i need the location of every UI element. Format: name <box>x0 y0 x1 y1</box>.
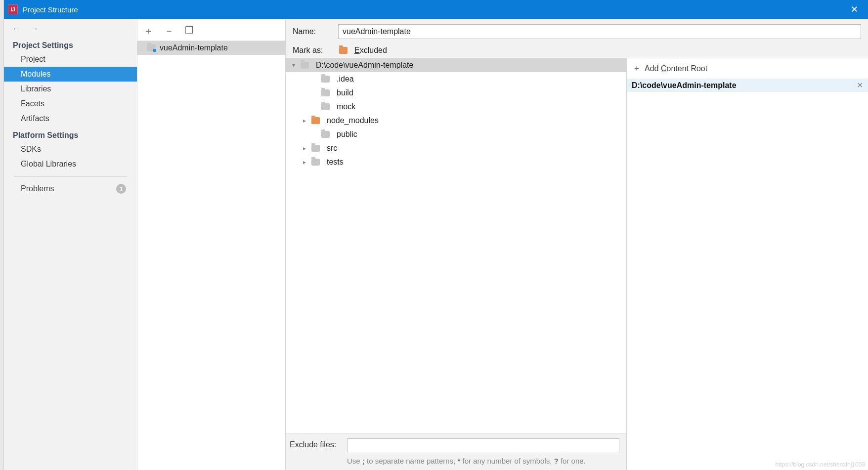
folder-icon <box>321 76 330 83</box>
watermark-text: https://blog.csdn.net/shenxinj1003 <box>776 461 865 468</box>
tree-root[interactable]: ▾ D:\code\vueAdmin-template <box>286 58 626 72</box>
content-area: ← → Project Settings Project Modules Lib… <box>4 19 868 470</box>
chevron-down-icon[interactable]: ▾ <box>290 62 298 69</box>
add-module-icon[interactable]: ＋ <box>143 24 153 38</box>
plus-icon: ＋ <box>633 63 641 74</box>
detail-body: ▾ D:\code\vueAdmin-template ▸ .idea ▸ <box>286 58 868 470</box>
back-icon[interactable]: ← <box>11 23 22 34</box>
chevron-right-icon[interactable]: ▸ <box>301 117 308 124</box>
tree-node-mock[interactable]: ▸ mock <box>286 100 626 114</box>
source-tree-pane: ▾ D:\code\vueAdmin-template ▸ .idea ▸ <box>286 58 627 470</box>
tree-node-label: build <box>337 88 353 97</box>
content-root-path: D:\code\vueAdmin-template <box>632 81 737 90</box>
folder-icon <box>311 145 320 152</box>
detail-header: Name: Mark as: Excluded <box>286 19 868 58</box>
nav-item-project[interactable]: Project <box>4 52 137 67</box>
folder-icon <box>321 89 330 96</box>
exclude-hint: Use ; to separate name patterns, * for a… <box>347 456 619 466</box>
module-item-label: vueAdmin-template <box>160 43 228 52</box>
nav-item-problems[interactable]: Problems 1 <box>4 179 137 197</box>
chevron-right-icon[interactable]: ▸ <box>301 159 308 166</box>
content-roots-pane: ＋ Add Content Root D:\code\vueAdmin-temp… <box>627 58 868 470</box>
tree-node-label: public <box>337 130 357 139</box>
nav-item-libraries[interactable]: Libraries <box>4 82 137 96</box>
tree-node-label: tests <box>327 158 344 167</box>
modules-toolbar: ＋ － ❐ <box>137 19 285 41</box>
section-project-settings: Project Settings <box>4 36 137 52</box>
problems-count-badge: 1 <box>116 184 126 194</box>
mark-as-label: Mark as: <box>293 46 330 55</box>
folder-icon <box>301 62 309 69</box>
folder-icon <box>311 117 320 124</box>
tree-node-label: mock <box>337 102 355 111</box>
project-structure-window: IJ Project Structure ✕ ← → Project Setti… <box>4 0 868 470</box>
excluded-folder-icon <box>339 47 347 54</box>
remove-module-icon[interactable]: － <box>164 24 174 38</box>
modules-column: ＋ － ❐ vueAdmin-template <box>137 19 286 470</box>
nav-divider <box>14 176 127 177</box>
mark-excluded-chip[interactable]: Excluded <box>339 46 387 55</box>
folder-icon <box>321 103 330 110</box>
nav-item-sdks[interactable]: SDKs <box>4 142 137 157</box>
folder-icon <box>321 131 330 138</box>
tree-node-node-modules[interactable]: ▸ node_modules <box>286 114 626 128</box>
add-content-root-button[interactable]: ＋ Add Content Root <box>627 58 868 79</box>
tree-node-tests[interactable]: ▸ tests <box>286 155 626 169</box>
settings-nav: ← → Project Settings Project Modules Lib… <box>4 19 137 470</box>
module-detail: Name: Mark as: Excluded ▾ <box>286 19 868 470</box>
nav-item-modules[interactable]: Modules <box>4 67 137 82</box>
exclude-files-panel: Exclude files: Use ; to separate name pa… <box>286 433 626 470</box>
nav-item-facets[interactable]: Facets <box>4 96 137 111</box>
window-title: Project Structure <box>23 5 844 14</box>
chevron-right-icon[interactable]: ▸ <box>301 145 308 152</box>
remove-root-icon[interactable]: ✕ <box>857 81 863 90</box>
nav-history: ← → <box>4 19 137 36</box>
app-icon: IJ <box>8 4 18 14</box>
nav-item-global-libraries[interactable]: Global Libraries <box>4 157 137 171</box>
close-icon[interactable]: ✕ <box>844 4 864 15</box>
exclude-files-label: Exclude files: <box>290 438 341 449</box>
tree-node-label: src <box>327 144 337 153</box>
copy-module-icon[interactable]: ❐ <box>185 24 194 38</box>
problems-label: Problems <box>21 184 54 193</box>
content-root-entry[interactable]: D:\code\vueAdmin-template ✕ <box>627 79 868 92</box>
module-folder-icon <box>147 44 156 51</box>
tree-node-label: .idea <box>337 75 354 84</box>
section-platform-settings: Platform Settings <box>4 126 137 142</box>
mark-as-row: Mark as: Excluded <box>293 46 861 55</box>
source-tree[interactable]: ▾ D:\code\vueAdmin-template ▸ .idea ▸ <box>286 58 626 433</box>
tree-node-public[interactable]: ▸ public <box>286 128 626 141</box>
folder-icon <box>311 159 320 166</box>
tree-node-label: node_modules <box>327 116 379 125</box>
forward-icon[interactable]: → <box>29 23 40 34</box>
tree-node-idea[interactable]: ▸ .idea <box>286 72 626 86</box>
tree-root-label: D:\code\vueAdmin-template <box>316 61 413 70</box>
titlebar: IJ Project Structure ✕ <box>4 0 868 19</box>
nav-item-artifacts[interactable]: Artifacts <box>4 111 137 126</box>
tree-node-build[interactable]: ▸ build <box>286 86 626 100</box>
module-name-input[interactable] <box>338 24 861 39</box>
exclude-files-input[interactable] <box>347 438 619 453</box>
name-label: Name: <box>293 27 330 36</box>
outer-gutter <box>0 0 4 470</box>
tree-node-src[interactable]: ▸ src <box>286 141 626 155</box>
module-item-vueadmin[interactable]: vueAdmin-template <box>137 41 285 55</box>
